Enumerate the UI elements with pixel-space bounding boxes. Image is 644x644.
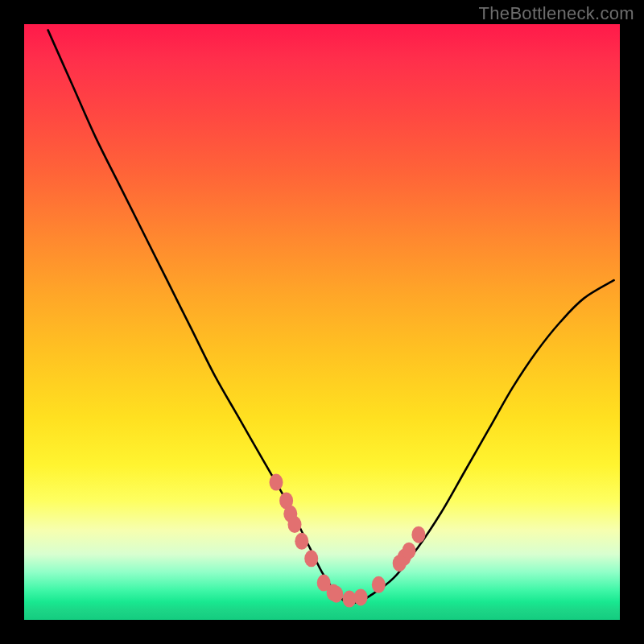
scatter-point (372, 576, 386, 593)
scatter-point (270, 474, 283, 491)
scatter-point (304, 550, 318, 567)
scatter-point (354, 588, 368, 605)
chart-svg (24, 24, 620, 620)
scatter-point (402, 543, 416, 559)
scatter-point (411, 526, 425, 543)
scatter-point (329, 586, 343, 603)
bottleneck-curve (48, 30, 614, 603)
scatter-point (295, 533, 308, 550)
watermark-text: TheBottleneck.com (479, 3, 634, 24)
scatter-layer (270, 474, 426, 608)
scatter-point (288, 516, 302, 533)
plot-area (24, 24, 620, 620)
